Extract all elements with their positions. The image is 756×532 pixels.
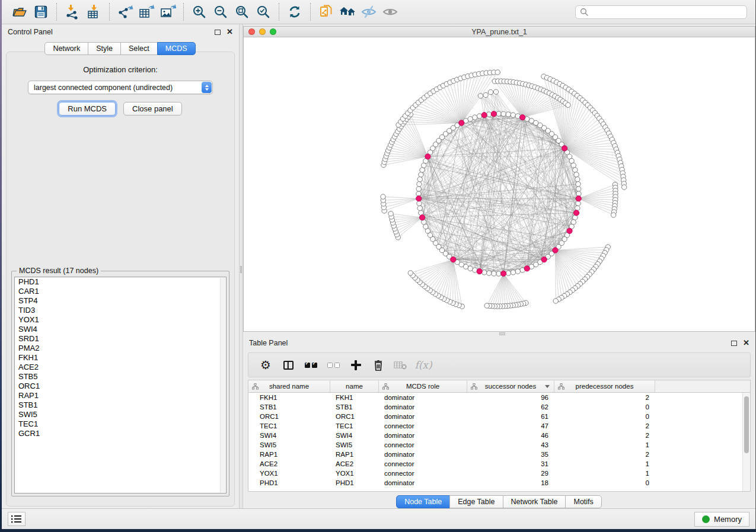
zoom-in-icon[interactable] (189, 2, 210, 21)
memory-status-icon (702, 515, 710, 523)
table-row[interactable]: ORC1ORC1dominator610 (248, 412, 742, 421)
export-table-icon[interactable] (136, 2, 157, 21)
mcds-result-item[interactable]: STB5 (15, 372, 226, 382)
mcds-result-item[interactable]: FKH1 (15, 353, 226, 363)
cell: PHD1 (330, 478, 379, 488)
table-row[interactable]: SWI4SWI4dominator462 (248, 431, 742, 440)
mcds-result-item[interactable]: SWI5 (15, 410, 226, 419)
column-header-name[interactable]: name (330, 380, 379, 392)
close-panel-button[interactable]: Close panel (123, 102, 182, 116)
mcds-result-item[interactable]: TEC1 (15, 419, 226, 429)
tab-mcds[interactable]: MCDS (157, 42, 196, 55)
column-header-successor-nodes[interactable]: successor nodes (467, 380, 554, 392)
splitter-grip[interactable] (240, 266, 242, 273)
tab-node-table[interactable]: Node Table (396, 495, 450, 508)
table-row[interactable]: ACE2ACE2connector311 (248, 459, 742, 469)
mcds-result-item[interactable]: SRD1 (15, 334, 226, 344)
search-box (575, 5, 747, 19)
mcds-result-item[interactable]: PMA2 (15, 344, 226, 353)
cell: YOX1 (330, 469, 379, 478)
list-scrollbar[interactable] (220, 278, 225, 492)
mcds-result-item[interactable]: ACE2 (15, 363, 226, 372)
mcds-result-item[interactable]: GCR1 (15, 429, 226, 438)
first-neighbors-icon[interactable] (337, 2, 358, 21)
export-image-icon[interactable] (157, 2, 178, 21)
column-header-predecessor-nodes[interactable]: predecessor nodes (554, 380, 655, 392)
tab-edge-table[interactable]: Edge Table (449, 495, 503, 508)
tab-network[interactable]: Network (44, 42, 88, 55)
tab-style[interactable]: Style (88, 42, 121, 55)
mcds-result-title: MCDS result (17 nodes) (17, 267, 101, 275)
tab-network-table[interactable]: Network Table (503, 495, 566, 508)
table-row[interactable]: PHD1PHD1dominator180 (248, 478, 742, 488)
task-history-button[interactable] (8, 512, 25, 526)
vertical-splitter[interactable] (239, 24, 243, 508)
close-panel-icon[interactable]: ✕ (227, 29, 233, 35)
mcds-result-item[interactable]: STP4 (15, 296, 226, 306)
table-panel: Table Panel ✕ ⚙ f(x) (243, 335, 755, 508)
tab-motifs[interactable]: Motifs (565, 495, 601, 508)
criterion-dropdown[interactable]: largest connected component (undirected) (28, 81, 213, 94)
network-canvas[interactable] (244, 38, 755, 331)
select-all-checkboxes-icon[interactable] (299, 355, 322, 375)
cell: 62 (467, 402, 554, 412)
mcds-result-list[interactable]: PHD1CAR1STP4TID3YOX1SWI4SRD1PMA2FKH1ACE2… (14, 277, 227, 493)
toolbar-separator (109, 3, 110, 21)
delete-column-trash-icon[interactable] (367, 355, 390, 375)
column-header-mcds-role[interactable]: MCDS role (379, 380, 467, 392)
clone-network-icon[interactable] (315, 2, 337, 21)
float-panel-icon[interactable] (215, 30, 221, 35)
network-window-titlebar[interactable]: YPA_prune.txt_1 (244, 27, 755, 37)
cell: RAP1 (330, 450, 379, 459)
tab-select[interactable]: Select (120, 42, 158, 55)
export-network-icon[interactable] (114, 2, 136, 21)
cell: FKH1 (330, 393, 379, 402)
refresh-view-icon[interactable] (284, 2, 305, 21)
mcds-result-item[interactable]: ORC1 (15, 382, 226, 391)
mcds-result-group: MCDS result (17 nodes) PHD1CAR1STP4TID3Y… (11, 271, 229, 496)
save-session-icon[interactable] (30, 2, 52, 21)
hide-selected-eye-icon[interactable] (358, 2, 379, 21)
search-input[interactable] (591, 8, 742, 16)
add-column-icon[interactable] (344, 355, 367, 375)
table-row[interactable]: SWI5SWI5connector431 (248, 440, 742, 450)
cell: 1 (554, 440, 655, 450)
mcds-result-item[interactable]: SWI4 (15, 325, 226, 334)
zoom-selected-icon[interactable] (253, 2, 274, 21)
mcds-result-item[interactable]: RAP1 (15, 391, 226, 400)
scrollbar-thumb[interactable] (744, 396, 749, 453)
mcds-result-item[interactable]: YOX1 (15, 315, 226, 325)
mcds-result-item[interactable]: TID3 (15, 306, 226, 315)
attribute-tree-icon (558, 383, 564, 390)
open-session-icon[interactable] (9, 2, 30, 21)
table-row[interactable]: FKH1FKH1dominator962 (248, 393, 742, 402)
cell: 1 (554, 469, 655, 478)
mcds-result-item[interactable]: STB1 (15, 400, 226, 410)
table-row[interactable]: RAP1RAP1dominator352 (248, 450, 742, 459)
zoom-fit-icon[interactable] (231, 2, 253, 21)
zoom-out-icon[interactable] (210, 2, 231, 21)
mcds-result-item[interactable]: CAR1 (15, 287, 226, 296)
close-panel-icon[interactable]: ✕ (743, 340, 749, 346)
cell (655, 431, 742, 440)
table-row[interactable]: STB1STB1dominator620 (248, 402, 742, 412)
toolbar-separator (56, 3, 57, 21)
table-scrollbar[interactable] (742, 393, 750, 491)
mcds-result-item[interactable]: PHD1 (15, 277, 226, 287)
settings-gear-icon[interactable]: ⚙ (254, 355, 277, 375)
cell (655, 478, 742, 488)
memory-button[interactable]: Memory (694, 512, 749, 527)
split-view-icon[interactable] (277, 355, 299, 375)
show-all-eye-icon[interactable] (379, 2, 401, 21)
float-panel-icon[interactable] (731, 341, 737, 346)
import-table-icon[interactable] (83, 2, 104, 21)
cell: 0 (554, 412, 655, 421)
table-row[interactable]: YOX1YOX1connector291 (248, 469, 742, 478)
network-graph[interactable] (244, 38, 755, 331)
table-row[interactable]: TEC1TEC1connector472 (248, 421, 742, 431)
run-mcds-button[interactable]: Run MCDS (59, 102, 116, 116)
column-header-shared-name[interactable]: shared name (248, 380, 330, 392)
import-network-icon[interactable] (62, 2, 83, 21)
deselect-all-checkboxes-icon[interactable] (322, 355, 344, 375)
cell (655, 459, 742, 469)
